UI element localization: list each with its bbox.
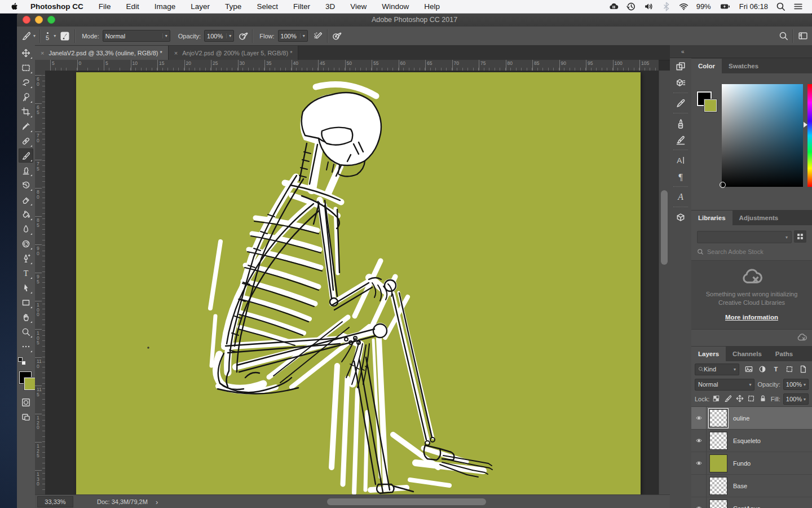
wifi-icon[interactable] [679,2,689,11]
layer-visibility-toggle[interactable] [691,407,707,429]
eyedropper-tool[interactable] [19,119,33,133]
layer-blend-mode-dropdown[interactable]: Normal▾ [695,379,754,391]
panel-tab[interactable]: Libraries [691,211,732,225]
quick-mask-button[interactable] [19,395,33,409]
blend-mode-dropdown[interactable]: Normal ▾ [103,30,170,42]
minimize-window-button[interactable] [35,16,43,24]
brush-preset-icon[interactable] [21,31,31,41]
crop-tool[interactable] [19,104,33,119]
marquee-tool[interactable] [19,60,33,75]
document-tab[interactable]: × AnjoV2.psd @ 200% (Layer 5, RGB/8) * [169,46,299,60]
panel-tab[interactable]: Channels [726,347,769,361]
layer-thumbnail[interactable] [709,409,727,427]
layer-thumbnail[interactable] [709,477,727,495]
zoom-level-field[interactable]: 33,33% [37,496,73,507]
filter-type-layers-icon[interactable]: T [770,364,782,374]
layer-row[interactable]: Fundo [691,452,812,475]
pen-tool[interactable] [19,251,33,265]
menu-item[interactable]: Type [225,2,241,11]
menu-item[interactable]: Help [424,2,440,11]
layer-row[interactable]: Esqueleto [691,430,812,452]
lock-transparency-icon[interactable] [712,395,721,404]
document-size-info[interactable]: Doc: 34,3M/79,2M [97,498,148,505]
library-search-field[interactable]: Search Adobe Stock [697,247,806,257]
panel-tab[interactable]: Adjustments [732,211,785,225]
quick-select-tool[interactable] [19,90,33,104]
lock-position-icon[interactable] [736,395,745,404]
history-brush-tool[interactable] [19,178,33,192]
spotlight-icon[interactable] [776,2,785,11]
library-select-dropdown[interactable]: ▾ [697,231,792,243]
layer-row[interactable]: ContAgua [691,497,812,508]
screen-mode-button[interactable] [19,410,33,424]
airbrush-icon[interactable] [314,31,323,41]
more-information-link[interactable]: More information [725,314,778,321]
vertical-scrollbar[interactable] [659,71,670,494]
layer-thumbnail[interactable] [709,500,727,508]
color-field-cursor[interactable] [720,182,726,188]
export-panel-icon[interactable] [670,75,691,91]
panel-tab[interactable]: Color [691,59,722,73]
toggle-brush-panel-icon[interactable] [59,30,70,42]
layer-row[interactable]: ouline [691,407,812,430]
canvas[interactable] [76,72,641,494]
dock-collapse-bar[interactable]: « [670,45,812,58]
document-tab[interactable]: × JanelaV2.psd @ 33,3% (ouline, RGB/8) * [35,46,169,60]
eraser-tool[interactable] [19,192,33,207]
bluetooth-icon[interactable] [661,2,671,11]
layer-row[interactable]: Base [691,475,812,497]
layer-thumbnail[interactable] [709,454,727,472]
menu-item[interactable]: Layer [191,2,210,11]
library-view-grid-button[interactable] [794,230,806,243]
default-colors-icon[interactable] [17,357,27,366]
more-tools[interactable] [19,339,33,353]
background-color-chip[interactable] [704,99,717,112]
horizontal-scrollbar[interactable] [182,497,664,507]
layer-comps-panel-icon[interactable] [670,58,691,75]
move-tool[interactable] [19,46,33,60]
battery-icon[interactable] [719,2,731,11]
close-window-button[interactable] [23,16,30,24]
size-pressure-icon[interactable] [332,31,342,41]
hue-ramp[interactable] [807,84,812,187]
vertical-ruler[interactable]: 6065707580859095100105110115120125130135… [35,71,46,494]
hand-tool[interactable] [19,310,33,324]
character-panel-icon[interactable]: A [670,152,691,168]
preset-chevron-icon[interactable]: ▾ [33,33,36,38]
filter-shape-layers-icon[interactable] [784,364,795,374]
brush-picker-chevron-icon[interactable]: ▾ [54,33,56,38]
volume-icon[interactable] [644,2,654,11]
layer-thumbnail[interactable] [709,432,727,450]
blur-tool[interactable] [19,222,33,236]
filter-smart-objects-icon[interactable] [797,364,809,374]
paragraph-panel-icon[interactable]: ¶ [670,168,691,185]
zoom-window-button[interactable] [47,16,55,24]
healing-brush-tool[interactable] [19,134,33,148]
brush-size-preview[interactable]: 5 [46,31,49,41]
apple-menu-icon[interactable] [10,2,19,11]
lock-all-icon[interactable] [759,395,768,404]
menu-item[interactable]: 3D [325,2,335,11]
3d-panel-icon[interactable] [670,209,691,225]
opacity-dropdown[interactable]: 100% ▾ [204,30,234,42]
search-icon[interactable] [779,31,788,41]
notification-center-icon[interactable] [793,2,803,11]
menu-item[interactable]: Select [257,2,278,11]
menu-item[interactable]: Edit [126,2,139,11]
zoom-tool[interactable] [19,325,33,339]
clone-stamp-tool[interactable] [19,163,33,177]
time-machine-icon[interactable] [626,2,636,11]
layer-filter-dropdown[interactable]: Kind▾ [695,364,739,375]
type-tool[interactable]: T [19,266,33,280]
menubar-clock[interactable]: Fri 06:18 [739,2,768,11]
pasteboard[interactable] [45,71,659,494]
menu-item[interactable]: Image [155,2,176,11]
cloud-sync-error-icon[interactable] [796,333,807,342]
path-select-tool[interactable] [19,281,33,295]
notes-panel-icon[interactable] [670,95,691,111]
brush-settings-panel-icon[interactable] [670,115,691,132]
horizontal-ruler[interactable]: 5051015202530354045505560657075808590951… [45,60,659,71]
workspace-switcher-icon[interactable] [797,31,809,41]
glyphs-panel-icon[interactable]: A [670,189,691,205]
close-tab-icon[interactable]: × [174,50,178,56]
